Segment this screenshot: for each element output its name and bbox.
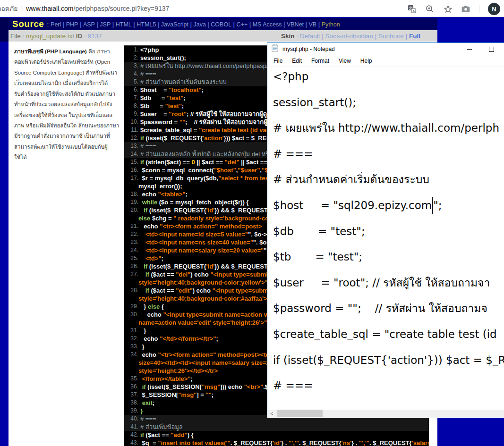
language-separator: | [316, 21, 321, 28]
code-line-content: echo "<table>"; [140, 190, 188, 198]
lang-link-html5[interactable]: HTML5 [137, 21, 156, 28]
code-line-content: $host = "localhost"; [140, 86, 204, 94]
line-number: 8. [124, 102, 140, 110]
lang-link-cobol[interactable]: COBOL [211, 21, 231, 28]
notepad-text-area[interactable]: <?phpsession_start();# เผยแพร่ใน http://… [273, 64, 504, 408]
menu-item-format[interactable]: Format [307, 58, 334, 64]
translate-icon[interactable]: 文A [407, 4, 417, 14]
line-number: 19. [124, 198, 140, 206]
menu-item-view[interactable]: View [334, 58, 356, 64]
line-number: 24. [124, 246, 140, 254]
menu-item-edit[interactable]: Edit [287, 58, 307, 64]
maximize-button[interactable] [481, 43, 502, 55]
notepad-horizontal-scrollbar[interactable]: < [268, 410, 504, 417]
scroll-left-arrow-icon[interactable]: < [268, 410, 276, 417]
lang-link-jsp[interactable]: JSP [100, 21, 111, 28]
source-colon: : [47, 21, 51, 28]
skin-link-default[interactable]: Default [300, 33, 320, 40]
minimize-button[interactable] [459, 43, 480, 55]
code-line-content: # ส่วนแสดงผลหลัก ทั้งปกติ และหลังกดปุ่ม … [140, 150, 273, 158]
php-description-paragraph: ภาษาพีเอชพี (PHP Language) คือ ภาษาคอมพิ… [9, 42, 124, 163]
lang-link-vbnet[interactable]: VBNet [287, 21, 304, 28]
notepad-titlebar[interactable]: mysql.php - Notepad [267, 43, 504, 55]
notepad-line: $tb = "test"; [273, 244, 504, 270]
code-line-content: size=40></td><td><input name=salary size… [138, 359, 270, 367]
language-separator: | [78, 21, 83, 28]
lang-link-vb[interactable]: VB [309, 21, 317, 28]
scrollbar-thumb[interactable] [277, 410, 323, 417]
menu-item-help[interactable]: Help [356, 58, 377, 64]
line-number: 11. [124, 126, 140, 134]
url-host: www.thaiall.com [26, 5, 73, 12]
code-line-content: $tb = "test"; [140, 102, 184, 110]
source-languages: Perl | PHP | ASP | JSP | HTML | HTML5 | … [51, 20, 340, 28]
zoom-in-icon[interactable] [425, 4, 435, 14]
line-number: 17. [124, 174, 140, 182]
file-label: File [9, 33, 21, 40]
code-line-content: if (strlen($act) == 0 || $act == "del" |… [140, 158, 267, 166]
line-number: 6. [124, 86, 140, 94]
lang-link-c-[interactable]: C++ [237, 21, 248, 28]
php-description-body: คือ ภาษาคอมพิวเตอร์ประเภทโอเพนท์ซอร์ท (O… [14, 49, 119, 160]
skin-link-sons-of-obsidian[interactable]: Sons-of-obsidian [325, 33, 373, 40]
language-separator: | [156, 21, 161, 28]
line-number: 3. [124, 62, 140, 70]
code-line-content: } [140, 407, 143, 415]
lang-link-python[interactable]: Python [322, 21, 340, 28]
line-number: 1. [124, 46, 140, 54]
maximize-icon [489, 47, 494, 52]
wrap-indent [124, 319, 138, 327]
file-info-bar: File : mysql_update.txt ID : 9137 Skin :… [9, 30, 437, 42]
notepad-icon [272, 44, 279, 54]
code-line-content: $r = mysql_db_query($db,"select * from t… [140, 174, 276, 182]
line-number: 4. [124, 70, 140, 78]
language-separator: | [111, 21, 115, 28]
code-line-content: mysql_error()); [138, 182, 182, 190]
line-number: 30. [124, 311, 140, 319]
line-number: 21. [124, 222, 140, 230]
bookmark-star-icon[interactable] [443, 4, 453, 14]
address-bar[interactable]: ลอดภัย|www.thaiall.com/perlphpasp/source… [0, 3, 169, 14]
code-line-content: if ($act == "del") echo "<input type=sub… [140, 270, 270, 278]
code-line-content: echo "<tr><form action=" method=post><td… [140, 351, 273, 359]
line-number: 14. [124, 150, 140, 158]
line-number: 7. [124, 94, 140, 102]
line-number: 41. [124, 423, 140, 431]
url-path: /perlphpasp/source.pl?key=9137 [74, 5, 170, 12]
lang-link-perl[interactable]: Perl [51, 21, 61, 28]
code-line-content: <td>"; [140, 254, 163, 262]
lang-link-javascript[interactable]: JavaScript [161, 21, 188, 28]
code-line-content: exit; [140, 399, 154, 407]
skin-label: Skin [281, 33, 295, 40]
code-line-content: $conn = mysql_connect("$host","$user","$… [140, 166, 282, 174]
minimize-icon [467, 49, 472, 50]
wrap-indent [124, 214, 138, 222]
notepad-line: $create_table_sql = "create table test (… [273, 321, 504, 347]
lang-link-php[interactable]: PHP [66, 21, 78, 28]
code-line-content: </form></table>"; [140, 375, 193, 383]
line-number: 37. [124, 391, 140, 399]
notepad-line: # === [273, 141, 504, 167]
menu-item-file[interactable]: File [267, 58, 287, 64]
line-number: 15. [124, 158, 140, 166]
lang-link-ms-access[interactable]: MS Access [253, 21, 282, 28]
camera-icon[interactable] [461, 4, 470, 14]
lang-link-asp[interactable]: ASP [83, 21, 95, 28]
svg-text:A: A [412, 9, 415, 13]
line-number: 26. [124, 262, 140, 270]
lang-link-html[interactable]: HTML [116, 21, 132, 28]
line-number: 10. [124, 118, 140, 126]
line-number: 35. [124, 375, 140, 383]
line-number: 12. [124, 134, 140, 142]
lang-link-java[interactable]: Java [193, 21, 205, 28]
line-number: 42. [124, 431, 140, 439]
file-colon: : [21, 33, 26, 40]
notepad-window: mysql.php - Notepad FileEditFormatViewHe… [267, 42, 504, 418]
skin-switcher: Skin : Default | Sons-of-obsidian | Sunb… [281, 30, 420, 42]
source-logo: Source [9, 19, 47, 29]
profile-avatar[interactable]: N [488, 3, 500, 15]
code-line-content: $q = "insert into test values('". $_REQU… [140, 439, 429, 446]
skin-link-full[interactable]: Full [409, 33, 420, 40]
line-number: 23. [124, 238, 140, 246]
skin-link-sunburst[interactable]: Sunburst [378, 33, 404, 40]
